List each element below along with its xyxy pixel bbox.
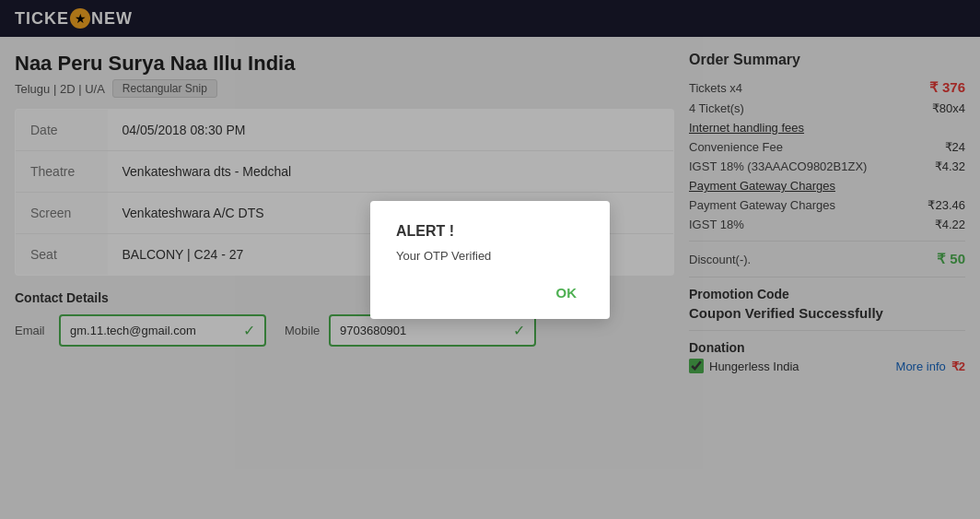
modal-actions: OK [396,281,584,304]
modal-box: ALERT ! Your OTP Verified OK [370,201,610,319]
modal-message: Your OTP Verified [396,249,584,263]
modal-ok-button[interactable]: OK [549,281,585,304]
modal-overlay[interactable]: ALERT ! Your OTP Verified OK [0,0,980,388]
modal-title: ALERT ! [396,223,584,240]
